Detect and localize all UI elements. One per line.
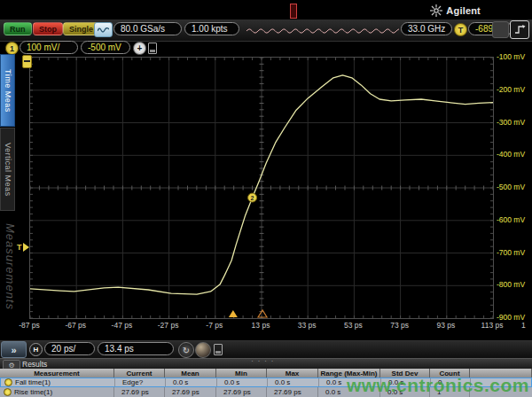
waveform-plot: 2: [30, 58, 493, 318]
display-icon-2[interactable]: [214, 344, 223, 355]
channel-row: 1 100 mV/ -500 mV +: [0, 41, 532, 55]
measurement-name: Rise time(1): [0, 387, 114, 397]
time-axis: 1 -87 ps-67 ps-47 ps-27 ps-7 ps13 ps33 p…: [0, 321, 532, 333]
measurement-value: 27.69 ps: [165, 387, 216, 397]
disabled-tool-button[interactable]: [492, 21, 509, 38]
display-icon[interactable]: [148, 43, 157, 54]
sample-rate-field[interactable]: 80.0 GSa/s: [113, 22, 182, 35]
trigger-marker-label: T: [17, 243, 22, 252]
svg-text:2: 2: [251, 195, 254, 201]
horizontal-badge[interactable]: H: [29, 343, 43, 356]
channel-offset-field[interactable]: -500 mV: [81, 41, 130, 54]
voltage-tick-label: -300 mV: [497, 118, 525, 127]
time-tick-label: -87 ps: [19, 321, 40, 330]
preview-position-marker[interactable]: [290, 4, 297, 19]
time-tick-label: 113 ps: [481, 321, 504, 330]
oscilloscope-screen: Agilent Run Stop Single 80.0 GSa/s 1.00 …: [0, 0, 532, 397]
time-tick-label: -47 ps: [112, 321, 133, 330]
channel-1-badge[interactable]: 1: [5, 42, 19, 55]
measurement-value: Edge?: [115, 378, 166, 386]
reset-position-button[interactable]: ↻: [178, 342, 194, 358]
rising-edge-icon: [514, 24, 526, 35]
voltage-tick-label: -400 mV: [497, 150, 525, 159]
column-header[interactable]: Max: [267, 369, 318, 378]
measurement-value: 0.0 s: [268, 378, 319, 386]
time-tick-label: 93 ps: [436, 321, 455, 330]
timebase-field[interactable]: 20 ps/: [44, 342, 95, 355]
time-tick-label: -67 ps: [65, 321, 86, 330]
time-tick-label: 73 ps: [390, 321, 409, 330]
channel-ground-marker[interactable]: [22, 55, 32, 68]
trigger-level-marker[interactable]: T: [17, 243, 29, 252]
brand-logo: Agilent: [430, 4, 481, 17]
brand-name: Agilent: [446, 5, 481, 16]
time-tick-label: -7 ps: [206, 321, 223, 330]
measurement-value: 27.69 ps: [267, 387, 318, 397]
navigation-sphere-button[interactable]: [195, 342, 211, 358]
time-tick-label: 13 ps: [252, 321, 270, 330]
title-bar: Agilent: [0, 0, 532, 19]
wave-glyph-icon: [98, 26, 109, 34]
trigger-edge-button[interactable]: [510, 20, 529, 39]
measurement-value: 27.69 ps: [114, 387, 165, 397]
acquisition-preview-strip[interactable]: [246, 24, 399, 35]
tab-time-meas[interactable]: Time Meas: [0, 54, 15, 127]
column-header[interactable]: Min: [216, 369, 267, 378]
add-channel-button[interactable]: +: [133, 42, 146, 55]
measurement-name: Fall time(1): [1, 378, 115, 386]
voltage-tick-label: -700 mV: [497, 248, 525, 257]
panel-resize-handle[interactable]: · · · ·: [251, 356, 275, 365]
watermark: www.cntronics.com: [347, 375, 529, 396]
voltage-tick-label: -800 mV: [497, 280, 525, 289]
run-button[interactable]: Run: [4, 22, 32, 35]
tab-vertical-meas[interactable]: Vertical Meas: [0, 128, 15, 211]
voltage-tick-label: -500 mV: [497, 183, 525, 191]
bandwidth-field[interactable]: 33.0 GHz: [401, 22, 452, 35]
measurement-value: 0.0 s: [166, 378, 217, 386]
measurement-value: 0.0 s: [217, 378, 268, 386]
memory-depth-field[interactable]: 1.00 kpts: [184, 22, 239, 35]
time-tick-label: -27 ps: [158, 321, 179, 330]
edge-marker-solid: [229, 310, 238, 317]
trigger-arrow-icon: [23, 243, 29, 252]
voltage-tick-label: -200 mV: [497, 85, 525, 94]
trigger-badge[interactable]: T: [454, 23, 467, 36]
measurement-source-badge: [4, 388, 12, 396]
corner-label: 1: [521, 321, 526, 330]
preview-wave: [246, 25, 399, 36]
column-header[interactable]: Mean: [165, 369, 216, 378]
measurement-source-badge: [4, 378, 12, 386]
channel-scale-field[interactable]: 100 mV/: [20, 41, 78, 54]
measurement-value: 27.69 ps: [216, 387, 267, 397]
expand-panel-button[interactable]: »: [1, 341, 27, 358]
sunburst-icon: [430, 4, 442, 17]
voltage-tick-label: -600 mV: [497, 215, 525, 224]
scope-display-icon[interactable]: [94, 22, 113, 37]
stop-button[interactable]: Stop: [33, 22, 63, 35]
waveform-grid[interactable]: 2: [29, 57, 494, 319]
results-title: Results: [22, 360, 47, 369]
column-header[interactable]: Measurement: [0, 369, 114, 378]
horizontal-position-field[interactable]: 13.4 ps: [98, 342, 174, 355]
time-tick-label: 33 ps: [298, 321, 317, 330]
column-header[interactable]: Current: [114, 369, 165, 378]
time-tick-label: 53 ps: [344, 321, 363, 330]
